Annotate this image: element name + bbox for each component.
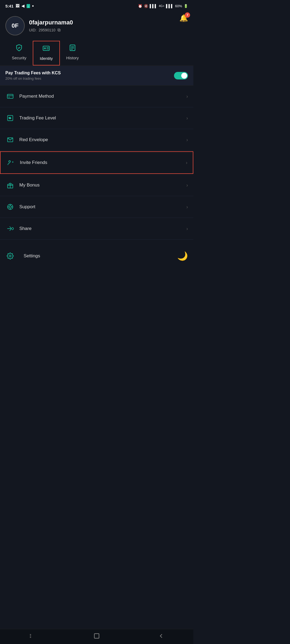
menu-item-invite-friends[interactable]: Invite Friends › — [0, 151, 193, 174]
shield-icon — [15, 44, 23, 53]
svg-rect-8 — [7, 94, 13, 98]
status-bar: 5:41 🖼 ◀ ↓ • ⏰ 🔇 ▌▌▌ 4G+ ▌▌▌ 60% 🔋 — [0, 0, 193, 12]
tab-security-label: Security — [12, 56, 26, 60]
battery-icon: 🔋 — [184, 4, 188, 8]
tab-identity[interactable]: Identity — [33, 41, 60, 65]
svg-rect-0 — [43, 46, 49, 50]
menu-label-support: Support — [19, 204, 186, 210]
menu-item-red-envelope[interactable]: Red Envelope › — [0, 129, 193, 151]
menu-list: Payment Method › % Trading Fee Level › R… — [0, 86, 193, 240]
chevron-right-icon: › — [186, 226, 188, 232]
menu-item-my-bonus[interactable]: My Bonus › — [0, 174, 193, 196]
status-right-icons: ⏰ 🔇 ▌▌▌ 4G+ ▌▌▌ 60% 🔋 — [138, 4, 188, 8]
tab-identity-label: Identity — [40, 56, 53, 61]
chevron-right-icon: › — [186, 182, 188, 188]
red-envelope-icon — [5, 135, 15, 145]
battery-text: 60% — [175, 4, 182, 8]
nav-tabs: Security Identity History — [0, 41, 193, 66]
menu-label-trading-fee-level: Trading Fee Level — [19, 115, 186, 121]
support-icon — [5, 202, 15, 212]
tab-security[interactable]: Security — [5, 41, 33, 65]
menu-item-payment-method[interactable]: Payment Method › — [0, 86, 193, 107]
menu-item-share[interactable]: Share › — [0, 218, 193, 240]
avatar: 0F — [5, 16, 25, 35]
settings-footer: Settings 🌙 — [0, 245, 193, 267]
profile-name: 0fajarpurnama0 — [29, 19, 73, 26]
svg-text:%: % — [9, 116, 11, 119]
share-icon — [5, 224, 15, 233]
kcs-section: Pay Trading Fees with KCS 20% off on tra… — [0, 66, 193, 86]
chevron-right-icon: › — [186, 137, 188, 143]
status-time: 5:41 🖼 ◀ ↓ • — [5, 3, 34, 8]
notification-bell-area[interactable]: 🔔 7 — [179, 14, 188, 22]
menu-label-invite-friends: Invite Friends — [20, 160, 186, 165]
invite-friends-icon — [6, 158, 16, 167]
menu-label-share: Share — [19, 226, 186, 231]
notification-badge: 7 — [185, 12, 190, 18]
kcs-subtitle: 20% off on trading fees — [5, 76, 61, 80]
svg-point-19 — [9, 206, 12, 208]
kcs-title: Pay Trading Fees with KCS — [5, 71, 61, 75]
bell-icon[interactable]: 🔔 7 — [179, 14, 188, 22]
svg-point-20 — [9, 255, 11, 257]
svg-point-14 — [9, 160, 10, 162]
payment-icon — [5, 92, 15, 101]
chevron-right-icon: › — [186, 94, 188, 99]
settings-icon — [5, 251, 15, 261]
chevron-right-icon: › — [186, 160, 187, 166]
mute-icon: 🔇 — [144, 4, 148, 8]
profile-info: 0fajarpurnama0 UID: 29590110 ⧉ — [29, 19, 73, 32]
tab-history-label: History — [66, 56, 79, 60]
gallery-icon: 🖼 — [16, 4, 19, 8]
signal-icon: ▌▌▌ — [150, 4, 157, 8]
tab-history[interactable]: History — [60, 41, 85, 65]
chevron-right-icon: › — [186, 204, 188, 210]
menu-label-red-envelope: Red Envelope — [19, 137, 186, 142]
chevron-right-icon: › — [186, 115, 188, 121]
dark-mode-toggle[interactable]: 🌙 — [177, 251, 188, 261]
settings-left[interactable]: Settings — [5, 251, 40, 261]
menu-item-trading-fee-level[interactable]: % Trading Fee Level › — [0, 107, 193, 129]
svg-point-1 — [44, 48, 46, 49]
trading-fee-icon: % — [5, 113, 15, 123]
profile-section: 0F 0fajarpurnama0 UID: 29590110 ⧉ — [0, 12, 193, 41]
dot-indicator: • — [32, 3, 34, 8]
settings-label: Settings — [24, 253, 40, 259]
history-icon — [69, 44, 76, 53]
id-card-icon — [42, 45, 50, 54]
download-icon: ↓ — [27, 4, 30, 8]
profile-uid: UID: 29590110 ⧉ — [29, 28, 73, 32]
kcs-text: Pay Trading Fees with KCS 20% off on tra… — [5, 71, 61, 80]
location-icon: ◀ — [21, 4, 24, 8]
menu-label-my-bonus: My Bonus — [19, 182, 186, 188]
alarm-icon: ⏰ — [138, 4, 142, 8]
bonus-icon — [5, 180, 15, 190]
kcs-toggle[interactable] — [174, 72, 188, 79]
menu-label-payment-method: Payment Method — [19, 94, 186, 99]
menu-item-support[interactable]: Support › — [0, 196, 193, 218]
copy-icon[interactable]: ⧉ — [57, 28, 60, 32]
signal-icon2: ▌▌▌ — [166, 4, 173, 8]
network-type: 4G+ — [159, 4, 164, 8]
